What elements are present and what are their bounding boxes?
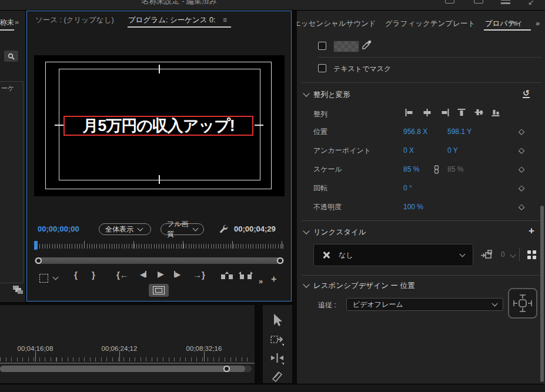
push-style-button[interactable] <box>481 249 493 260</box>
section-collapse-chevron[interactable] <box>303 281 309 287</box>
playhead-marker[interactable] <box>34 241 38 250</box>
brace-glyph: } <box>202 270 205 280</box>
mark-out-button[interactable]: } <box>92 270 95 280</box>
ruler-major-tick <box>133 241 134 249</box>
align-right-button[interactable] <box>440 108 450 117</box>
align-center-horizontal-button[interactable] <box>422 108 432 117</box>
keyframe-toggle[interactable]: ◇ <box>519 182 524 194</box>
lift-button[interactable] <box>221 272 233 280</box>
step-forward-button[interactable]: ▶ <box>174 270 180 279</box>
track-select-tool-button[interactable] <box>270 333 285 347</box>
scale-y-value[interactable]: 85 % <box>447 163 463 175</box>
workspace-panel-icon[interactable] <box>445 0 454 4</box>
position-y-value[interactable]: 598.1 Y <box>447 126 472 138</box>
style-select-dropdown[interactable]: なし <box>313 244 473 266</box>
style-count-dropdown[interactable]: 0 <box>501 250 515 259</box>
link-style-section-title[interactable]: リンクスタイル <box>313 227 366 237</box>
tab-essential-sound[interactable]: エッセンシャルサウンド <box>297 19 376 29</box>
more-buttons-chevron[interactable]: » <box>259 277 263 286</box>
more-tabs-chevron[interactable]: » <box>15 18 19 26</box>
button-editor-plus[interactable]: + <box>271 274 276 284</box>
titlebar: 名称未設定 - 編集済み ↙ <box>0 0 545 11</box>
timeline-scrollbar-thumb[interactable] <box>0 366 245 372</box>
styles-grid-button[interactable] <box>527 250 536 259</box>
tab-source[interactable]: ソース : (クリップなし) <box>35 15 114 25</box>
scale-x-value[interactable]: 85 % <box>403 163 419 175</box>
view-mode-layers-icon[interactable] <box>13 286 24 294</box>
go-to-in-button[interactable]: {← <box>116 270 129 280</box>
safe-margins-button[interactable] <box>149 284 169 297</box>
search-button[interactable] <box>4 51 18 62</box>
position-x-value[interactable]: 956.8 X <box>403 126 427 138</box>
razor-icon <box>270 371 283 383</box>
zoom-handle-left[interactable] <box>35 257 42 264</box>
align-left-button[interactable] <box>404 108 414 117</box>
section-collapse-chevron[interactable] <box>303 227 309 234</box>
extract-button[interactable] <box>239 272 253 280</box>
opacity-value[interactable]: 100 % <box>403 201 423 213</box>
monitor-zoom-scrollbar[interactable] <box>35 257 284 264</box>
current-timecode[interactable]: 00;00;00;00 <box>38 225 79 233</box>
eyedropper-button[interactable] <box>362 40 372 50</box>
keyframe-toggle[interactable]: ◇ <box>519 145 524 156</box>
align-top-button[interactable] <box>457 108 467 117</box>
zoom-handle-right[interactable] <box>277 257 283 264</box>
panel-scrollbar[interactable] <box>540 206 544 382</box>
align-bottom-button[interactable] <box>491 108 501 117</box>
project-item-list[interactable]: ーケ <box>0 81 24 283</box>
keyframe-toggle[interactable]: ◇ <box>519 163 524 175</box>
timeline-scrollbar[interactable] <box>0 366 252 372</box>
step-back-button[interactable]: ◀ <box>140 270 146 279</box>
status-bar <box>0 384 545 392</box>
responsive-pin-button[interactable] <box>508 288 537 319</box>
panel-menu-icon[interactable]: ≡ <box>513 19 517 28</box>
section-collapse-chevron[interactable] <box>303 90 309 96</box>
project-tab-fragment[interactable]: 称未 <box>0 18 14 31</box>
scale-link-button[interactable] <box>433 165 440 174</box>
share-icon[interactable] <box>474 0 483 4</box>
graphic-headline-text[interactable]: 月5万円の収入アップ! <box>82 115 235 136</box>
selection-options-chevron[interactable] <box>53 274 59 280</box>
video-frame[interactable]: 月5万円の収入アップ! <box>34 55 285 196</box>
monitor-time-ruler[interactable] <box>35 240 284 249</box>
follow-dropdown[interactable]: ビデオフレーム <box>346 298 503 311</box>
ripple-edit-tool-button[interactable] <box>270 352 285 366</box>
playback-quality-dropdown[interactable]: フル画質 <box>161 223 204 235</box>
fill-color-checkbox[interactable] <box>318 42 326 50</box>
marquee-selection-icon[interactable] <box>39 274 48 283</box>
restore-window-icon[interactable]: ↙ <box>528 0 534 6</box>
selection-tool-button[interactable] <box>270 313 285 327</box>
divider <box>318 57 541 58</box>
transform-section-title[interactable]: 整列と変形 <box>313 90 350 100</box>
ruler-major-tick <box>119 352 120 361</box>
monitor-settings-button[interactable] <box>219 224 228 233</box>
panel-menu-icon[interactable]: ≡ <box>223 16 227 24</box>
rotation-value[interactable]: 0 ° <box>403 182 412 194</box>
keyframe-toggle[interactable]: ◇ <box>519 201 524 213</box>
zoom-level-dropdown[interactable]: 全体表示 <box>99 223 151 235</box>
razor-tool-button[interactable] <box>270 371 285 385</box>
align-center-vertical-button[interactable] <box>474 108 484 117</box>
add-style-plus-button[interactable]: + <box>529 225 534 237</box>
tab-program[interactable]: プログラム: シーケンス 0: <box>128 15 215 25</box>
keyframe-toggle[interactable]: ◇ <box>519 126 524 138</box>
anchor-x-value[interactable]: 0 X <box>403 145 414 156</box>
settings-sliders-icon[interactable] <box>501 0 510 1</box>
anchor-y-value[interactable]: 0 Y <box>447 145 458 156</box>
timeline-zoom-handle[interactable] <box>223 366 230 372</box>
safe-center-tick-right <box>255 125 263 126</box>
selected-text-bounding-box[interactable]: 月5万円の収入アップ! <box>63 116 253 136</box>
mark-in-button[interactable]: { <box>74 270 78 280</box>
timeline-time-ruler[interactable] <box>0 354 252 361</box>
reset-transform-button[interactable]: ↺ <box>523 89 530 98</box>
play-button[interactable]: ▶ <box>158 269 164 279</box>
text-mask-label: テキストでマスク <box>333 64 391 74</box>
responsive-section-title[interactable]: レスポンシブデザイン ー 位置 <box>313 281 414 291</box>
fill-color-swatch[interactable] <box>333 41 359 52</box>
text-mask-checkbox[interactable] <box>318 64 326 72</box>
chevron-down-icon <box>492 301 498 307</box>
go-to-out-button[interactable]: →} <box>193 270 205 280</box>
list-item[interactable]: ーケ <box>1 84 14 93</box>
tab-graphic-templates[interactable]: グラフィックテンプレート <box>385 19 475 29</box>
more-tabs-chevron[interactable]: » <box>536 19 540 28</box>
